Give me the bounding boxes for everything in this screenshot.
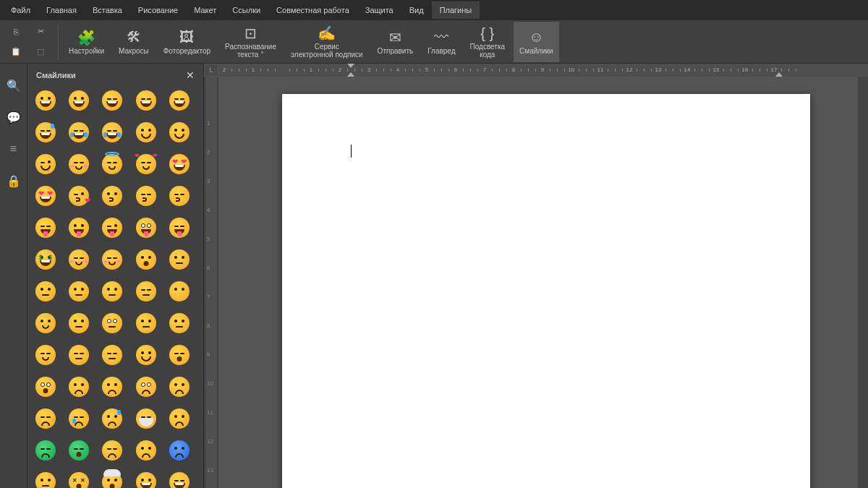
emoji-frowning[interactable] <box>68 376 90 398</box>
emoji-hand-over-mouth[interactable] <box>101 249 123 270</box>
indent-marker-bottom[interactable] <box>347 72 354 77</box>
emoji-money-mouth[interactable]: $$ <box>35 249 56 270</box>
emoji-kissing-heart[interactable]: ❤ <box>68 185 90 207</box>
emoji-kissing-closed[interactable] <box>135 185 157 207</box>
swoosh-button[interactable]: 〰Главред <box>422 22 461 62</box>
emoji-thinking[interactable] <box>169 249 190 270</box>
left-sidebar: 🔍 💬 ≡ 🔒 <box>0 64 27 488</box>
emoji-wink-tongue[interactable] <box>101 217 123 239</box>
emoji-zipper[interactable] <box>35 281 56 302</box>
emoji-slightly-smiling[interactable] <box>135 121 157 143</box>
menu-вставка[interactable]: Вставка <box>85 1 130 19</box>
emoji-smiley[interactable] <box>68 90 90 111</box>
braces-button[interactable]: { }Подсветкакода <box>464 22 511 62</box>
cut-button[interactable]: ✂ <box>32 23 49 40</box>
menu-плагины[interactable]: Плагины <box>432 1 480 19</box>
menu-ссылки[interactable]: Ссылки <box>224 1 268 19</box>
emoji-kissing[interactable] <box>101 185 123 207</box>
emoji-neutral[interactable] <box>101 281 123 302</box>
puzzle-button[interactable]: 🧩Настройки <box>63 22 110 62</box>
emoji-crying[interactable] <box>68 408 90 429</box>
emoji-heart-eyes[interactable] <box>169 153 190 175</box>
close-icon[interactable]: ✕ <box>186 69 195 81</box>
emoji-fearful[interactable] <box>135 376 157 398</box>
emoji-vomiting[interactable] <box>68 440 90 461</box>
menu-рисование[interactable]: Рисование <box>130 1 186 19</box>
emoji-relieved[interactable] <box>35 344 56 366</box>
select-button[interactable]: ⬚ <box>32 43 49 61</box>
emoji-dizzy[interactable]: ✕✕ <box>68 471 90 488</box>
document-page[interactable] <box>282 94 810 488</box>
emoji-worried[interactable] <box>169 376 190 398</box>
emoji-sad[interactable] <box>35 408 56 429</box>
emoji-partying[interactable] <box>169 471 190 488</box>
emoji-star-struck[interactable] <box>35 185 56 207</box>
horizontal-ruler[interactable]: 211234567891011121314151617 <box>218 64 868 77</box>
emoji-exploding[interactable] <box>101 471 123 488</box>
emoji-cold[interactable] <box>169 440 190 461</box>
indent-marker-top[interactable] <box>347 64 354 68</box>
emoji-grimacing[interactable] <box>135 312 157 334</box>
emoji-hugging[interactable] <box>68 249 90 270</box>
emoji-no-mouth[interactable] <box>169 281 190 302</box>
emoji-sneezing[interactable] <box>101 440 123 461</box>
emoji-upside-down[interactable] <box>169 121 190 143</box>
emoji-drooling[interactable] <box>135 344 157 366</box>
emoji-grin[interactable] <box>135 90 157 111</box>
copy-button[interactable]: ⎘ <box>7 23 25 40</box>
emoji-nauseated[interactable] <box>35 440 56 461</box>
emoji-raised-eyebrow[interactable] <box>68 281 90 302</box>
emoji-woozy[interactable] <box>35 471 56 488</box>
emoji-cold-sweat[interactable] <box>101 408 123 429</box>
lock-icon[interactable]: 🔒 <box>7 174 21 188</box>
envelope-icon: ✉ <box>389 28 401 47</box>
vertical-scrollbar[interactable] <box>858 77 868 488</box>
emoji-thermometer[interactable] <box>169 408 190 429</box>
paste-button[interactable]: 📋 <box>7 43 25 61</box>
emoji-kissing-smiling[interactable] <box>169 185 190 207</box>
emoji-smirk[interactable] <box>35 312 56 334</box>
emoji-sleeping[interactable] <box>169 344 190 366</box>
signature-button[interactable]: ✍Сервисэлектронной подписи <box>285 22 369 62</box>
emoji-squint-tongue[interactable] <box>169 217 190 239</box>
menu-файл[interactable]: Файл <box>3 1 38 19</box>
comments-icon[interactable]: 💬 <box>7 110 21 124</box>
emoji-cowboy[interactable] <box>135 471 157 488</box>
emoji-yum[interactable] <box>35 217 56 239</box>
emoji-sweat-smile[interactable] <box>35 121 56 143</box>
emoji-heart-button[interactable]: ☺Смайлики <box>514 22 559 62</box>
emoji-expressionless[interactable] <box>135 281 157 302</box>
emoji-rolling-eyes[interactable] <box>101 312 123 334</box>
emoji-shushing[interactable] <box>135 249 157 270</box>
emoji-anguished[interactable] <box>101 376 123 398</box>
emoji-joy[interactable] <box>101 121 123 143</box>
emoji-sleepy[interactable] <box>101 344 123 366</box>
emoji-tongue-out[interactable] <box>68 217 90 239</box>
emoji-smiling-hearts[interactable]: ❤❤ <box>135 153 157 175</box>
emoji-smile[interactable] <box>101 90 123 111</box>
ocr-button[interactable]: ⊡Распознаваниетекста ˅ <box>219 22 282 62</box>
emoji-astonished[interactable] <box>35 376 56 398</box>
menu-макет[interactable]: Макет <box>186 1 224 19</box>
emoji-lying[interactable] <box>169 312 190 334</box>
menu-вид[interactable]: Вид <box>401 1 432 19</box>
emoji-innocent[interactable] <box>101 153 123 175</box>
menu-совместная работа[interactable]: Совместная работа <box>268 1 357 19</box>
menu-главная[interactable]: Главная <box>38 1 85 19</box>
emoji-rofl[interactable] <box>68 121 90 143</box>
emoji-mask[interactable] <box>135 408 157 429</box>
tools-button[interactable]: 🛠Макросы <box>113 22 155 62</box>
headings-icon[interactable]: ≡ <box>7 142 21 156</box>
envelope-button[interactable]: ✉Отправить <box>372 22 420 62</box>
search-icon[interactable]: 🔍 <box>7 78 21 93</box>
image-edit-button[interactable]: 🖼Фоторедактор <box>158 22 216 62</box>
emoji-zany[interactable] <box>135 217 157 239</box>
emoji-laughing[interactable] <box>169 90 190 111</box>
emoji-wink[interactable] <box>35 153 56 175</box>
menu-защита[interactable]: Защита <box>357 1 401 19</box>
emoji-unamused[interactable] <box>68 312 90 334</box>
emoji-blush[interactable] <box>68 153 90 175</box>
emoji-pensive[interactable] <box>68 344 90 366</box>
emoji-hot[interactable] <box>135 440 157 461</box>
emoji-grinning[interactable] <box>35 90 56 111</box>
